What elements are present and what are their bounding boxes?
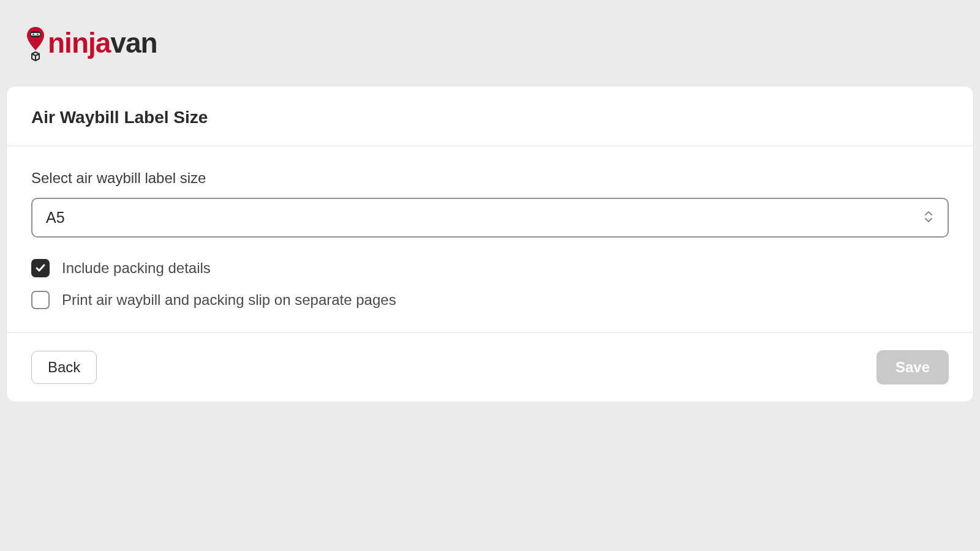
card-body: Select air waybill label size A5 Include… [7, 146, 973, 333]
label-size-select-wrap: A5 [31, 198, 949, 238]
save-button[interactable]: Save [876, 350, 949, 384]
settings-card: Air Waybill Label Size Select air waybil… [6, 86, 974, 402]
label-size-select[interactable]: A5 [31, 198, 949, 238]
separate-pages-checkbox[interactable] [31, 291, 50, 309]
svg-point-2 [32, 34, 34, 36]
svg-text:ninjavan: ninjavan [48, 27, 157, 59]
separate-pages-label: Print air waybill and packing slip on se… [62, 291, 396, 309]
svg-point-3 [37, 34, 39, 36]
back-button[interactable]: Back [31, 351, 97, 384]
logo-text-van: van [110, 27, 157, 59]
ninjavan-logo-icon: ninjavan [24, 24, 184, 64]
logo-text-ninja: ninja [48, 27, 111, 59]
card-footer: Back Save [7, 333, 973, 402]
card-title: Air Waybill Label Size [31, 108, 949, 127]
card-header: Air Waybill Label Size [7, 86, 973, 146]
label-size-select-value: A5 [46, 209, 65, 227]
include-packing-details-checkbox[interactable] [31, 259, 50, 277]
svg-rect-1 [31, 33, 40, 36]
include-packing-details-label: Include packing details [62, 260, 211, 277]
label-size-field-label: Select air waybill label size [31, 170, 949, 187]
checkbox-row-packing-details: Include packing details [31, 259, 949, 277]
brand-logo: ninjavan [24, 24, 974, 64]
checkbox-row-separate-pages: Print air waybill and packing slip on se… [31, 291, 949, 309]
